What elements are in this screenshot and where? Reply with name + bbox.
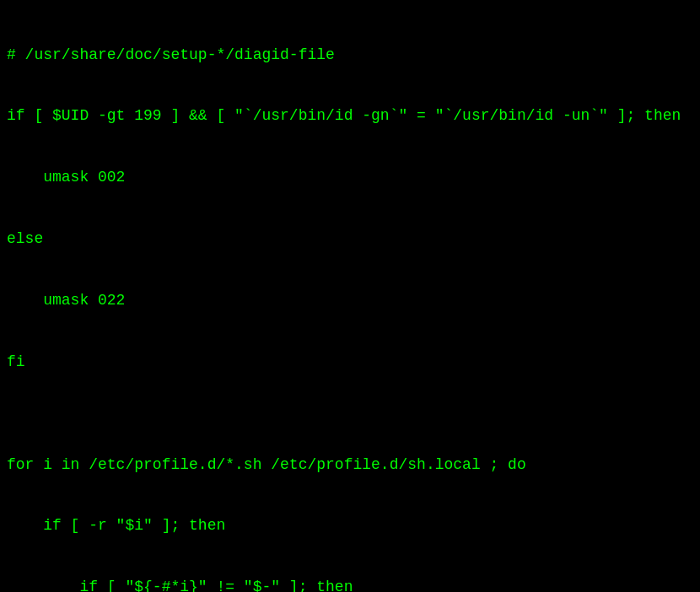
- line-5: umask 022: [7, 290, 693, 310]
- terminal-window: # /usr/share/doc/setup-*/diagid-file if …: [0, 0, 700, 592]
- line-1: # /usr/share/doc/setup-*/diagid-file: [7, 45, 693, 65]
- line-10: if [ "${-#*i}" != "$-" ]; then: [7, 577, 693, 592]
- line-2: if [ $UID -gt 199 ] && [ "`/usr/bin/id -…: [7, 105, 693, 126]
- line-4: else: [7, 229, 693, 249]
- line-6: fi: [7, 352, 693, 372]
- line-9: if [ -r "$i" ]; then: [7, 515, 693, 535]
- line-3: umask 002: [7, 167, 693, 187]
- line-8: for i in /etc/profile.d/*.sh /etc/profil…: [7, 455, 693, 475]
